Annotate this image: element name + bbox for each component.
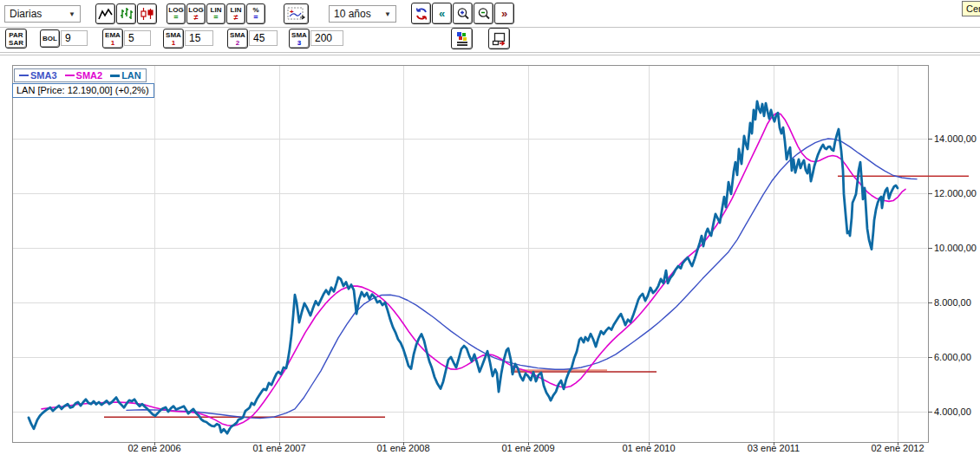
sma2-line-swatch xyxy=(65,75,75,76)
svg-text:03 ene 2011: 03 ene 2011 xyxy=(748,443,800,453)
axis-ticks xyxy=(155,140,933,446)
svg-text:6.000,00: 6.000,00 xyxy=(934,352,971,362)
legend-label: LAN xyxy=(121,70,141,81)
svg-text:4.000,00: 4.000,00 xyxy=(934,406,971,417)
legend-label: SMA2 xyxy=(76,70,103,81)
last-price-box: LAN [Price: 12.190,00] (+0,2%) xyxy=(12,83,154,98)
legend-item-sma3: SMA3 xyxy=(19,70,57,81)
svg-text:02 ene 2012: 02 ene 2012 xyxy=(871,443,924,453)
svg-text:01 ene 2010: 01 ene 2010 xyxy=(622,443,675,453)
svg-text:02 ene 2006: 02 ene 2006 xyxy=(127,443,180,453)
app-window: { "window": { "close_label": "Cer" }, "t… xyxy=(0,0,980,455)
legend-item-sma2: SMA2 xyxy=(65,70,103,81)
legend-item-lan: LAN xyxy=(110,70,141,81)
svg-text:8.000,00: 8.000,00 xyxy=(934,297,971,308)
svg-text:12.000,00: 12.000,00 xyxy=(934,188,977,198)
svg-text:01 ene 2009: 01 ene 2009 xyxy=(501,443,554,453)
lan-line-swatch xyxy=(110,75,120,77)
x-axis-labels: 02 ene 200601 ene 200701 ene 200801 ene … xyxy=(127,443,924,453)
series-lan xyxy=(29,101,898,433)
svg-text:14.000,00: 14.000,00 xyxy=(934,133,977,144)
svg-text:01 ene 2008: 01 ene 2008 xyxy=(376,443,429,453)
chart-legend: SMA3 SMA2 LAN xyxy=(14,68,147,82)
chart-canvas[interactable]: 02 ene 200601 ene 200701 ene 200801 ene … xyxy=(0,0,980,455)
last-price-text: LAN [Price: 12.190,00] (+0,2%) xyxy=(16,85,149,95)
svg-text:10.000,00: 10.000,00 xyxy=(934,243,977,253)
plot-border xyxy=(13,66,929,443)
svg-text:01 ene 2007: 01 ene 2007 xyxy=(252,443,305,453)
series-sma2 xyxy=(42,114,905,426)
gridlines xyxy=(13,66,927,441)
price-series xyxy=(29,101,917,433)
legend-label: SMA3 xyxy=(30,70,57,81)
sma3-line-swatch xyxy=(19,75,29,76)
